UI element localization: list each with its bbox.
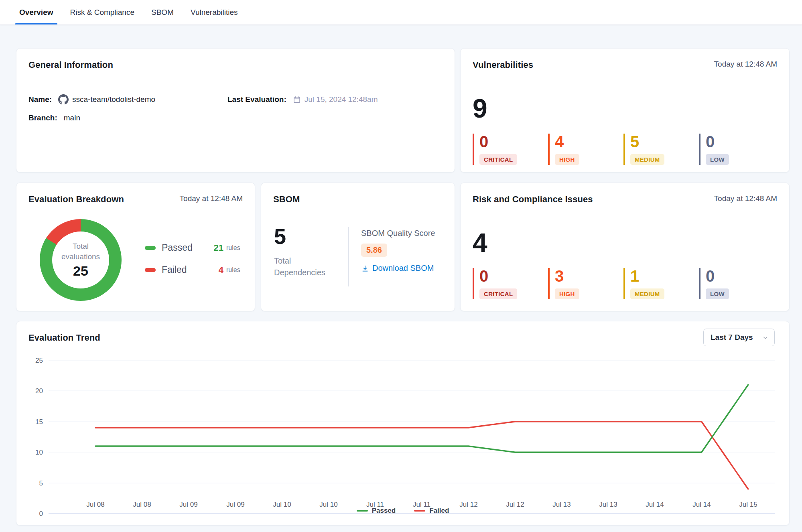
failed-line [95, 422, 748, 489]
evaluation-donut: Total evaluations 25 [40, 219, 122, 301]
passed-pill-icon [145, 246, 156, 250]
y-axis-labels: 25 20 15 10 5 0 [35, 357, 43, 518]
donut-label-line2: evaluations [61, 252, 100, 262]
branch-label: Branch: [28, 114, 57, 122]
medium-badge: MEDIUM [630, 154, 664, 165]
failed-pill-icon [145, 268, 156, 272]
vulnerabilities-card: Vulnerabilities Today at 12:48 AM 9 0 CR… [460, 48, 790, 173]
vuln-high-count: 4 [555, 134, 623, 150]
risk-severity-low: 0 LOW [699, 268, 774, 299]
passed-count: 21 [211, 243, 223, 253]
risk-severity-medium: 1 MEDIUM [623, 268, 699, 299]
vuln-severity-low: 0 LOW [699, 134, 774, 165]
evaluation-breakdown-title: Evaluation Breakdown [28, 194, 124, 205]
failed-line-icon [414, 510, 425, 512]
passed-label: Passed [162, 242, 211, 253]
tab-vulnerabilities[interactable]: Vulnerabilities [191, 0, 238, 24]
sbom-total-dependencies: 5 [274, 225, 286, 247]
sbom-title: SBOM [273, 194, 300, 205]
failed-unit: rules [226, 266, 240, 274]
vuln-severity-medium: 5 MEDIUM [623, 134, 699, 165]
repo-name-value: ssca-team/todolist-demo [72, 95, 155, 104]
passed-line [95, 385, 748, 452]
passed-unit: rules [226, 244, 240, 252]
trend-legend-passed[interactable]: Passed [357, 507, 396, 515]
sbom-quality-score-value: 5.86 [361, 244, 387, 257]
github-icon [58, 94, 69, 105]
risk-compliance-title: Risk and Compliance Issues [473, 194, 593, 205]
y-tick-label: 25 [35, 357, 43, 364]
failed-label: Failed [162, 264, 211, 275]
risk-compliance-card: Risk and Compliance Issues Today at 12:4… [460, 183, 790, 311]
legend-row-failed: Failed 4 rules [145, 264, 240, 275]
medium-badge: MEDIUM [630, 288, 664, 299]
tab-overview[interactable]: Overview [19, 0, 53, 24]
legend-row-passed: Passed 21 rules [145, 242, 240, 253]
calendar-icon [293, 95, 301, 104]
risk-severity-high: 3 HIGH [548, 268, 623, 299]
y-tick-label: 10 [35, 449, 43, 456]
low-badge: LOW [706, 154, 729, 165]
vulnerabilities-title: Vulnerabilities [473, 60, 533, 70]
donut-label-line1: Total [61, 241, 100, 252]
high-badge: HIGH [555, 288, 579, 299]
tab-risk-compliance[interactable]: Risk & Compliance [70, 0, 135, 24]
y-tick-label: 5 [39, 479, 43, 487]
passed-line-icon [357, 510, 368, 512]
general-information-title: General Information [28, 60, 113, 70]
vulnerabilities-timestamp: Today at 12:48 AM [714, 60, 777, 69]
sbom-quality-score-label: SBOM Quality Score [361, 229, 435, 238]
tab-sbom[interactable]: SBOM [151, 0, 174, 24]
evaluation-breakdown-card: Evaluation Breakdown Today at 12:48 AM T… [16, 183, 255, 311]
download-sbom-label: Download SBOM [372, 264, 434, 273]
vertical-divider [348, 227, 349, 286]
risk-low-count: 0 [706, 268, 774, 284]
sbom-total-label-line1: Total [274, 255, 325, 267]
donut-total-value: 25 [73, 263, 88, 279]
failed-count: 4 [211, 265, 223, 275]
sbom-total-label-line2: Dependencies [274, 267, 325, 278]
y-tick-label: 15 [35, 418, 43, 426]
trend-failed-label: Failed [429, 507, 449, 515]
branch-value: main [64, 114, 80, 122]
critical-badge: CRITICAL [479, 154, 517, 165]
risk-severity-critical: 0 CRITICAL [473, 268, 548, 299]
low-badge: LOW [706, 288, 729, 299]
risk-medium-count: 1 [630, 268, 699, 284]
vulnerabilities-total: 9 [461, 95, 789, 122]
tab-bar: Overview Risk & Compliance SBOM Vulnerab… [0, 0, 802, 25]
gridlines [49, 360, 775, 514]
high-badge: HIGH [555, 154, 579, 165]
risk-critical-count: 0 [479, 268, 548, 284]
evaluation-breakdown-legend: Passed 21 rules Failed 4 rules [145, 242, 240, 275]
critical-badge: CRITICAL [479, 288, 517, 299]
vuln-low-count: 0 [706, 134, 774, 150]
evaluation-trend-card: Evaluation Trend Last 7 Days 25 20 15 10… [16, 321, 790, 526]
evaluation-trend-chart: 25 20 15 10 5 0 Jul 08 Jul 08 Jul 09 Jul… [16, 321, 790, 526]
trend-legend-failed[interactable]: Failed [414, 507, 449, 515]
sbom-card: SBOM 5 Total Dependencies SBOM Quality S… [261, 183, 455, 311]
download-icon [361, 264, 369, 272]
name-label: Name: [28, 95, 52, 104]
evaluation-breakdown-timestamp: Today at 12:48 AM [180, 194, 243, 203]
y-tick-label: 20 [35, 387, 43, 395]
trend-passed-label: Passed [372, 507, 396, 515]
general-information-card: General Information Name: ssca-team/todo… [16, 48, 455, 173]
risk-compliance-total: 4 [461, 229, 789, 256]
vuln-critical-count: 0 [479, 134, 548, 150]
vuln-severity-high: 4 HIGH [548, 134, 623, 165]
vuln-medium-count: 5 [630, 134, 699, 150]
last-evaluation-label: Last Evaluation: [227, 95, 286, 104]
risk-high-count: 3 [555, 268, 623, 284]
trend-chart-legend: Passed Failed [16, 507, 789, 515]
last-evaluation-value: Jul 15, 2024 12:48am [305, 95, 378, 104]
risk-compliance-timestamp: Today at 12:48 AM [714, 194, 777, 203]
download-sbom-link[interactable]: Download SBOM [361, 264, 435, 273]
vuln-severity-critical: 0 CRITICAL [473, 134, 548, 165]
